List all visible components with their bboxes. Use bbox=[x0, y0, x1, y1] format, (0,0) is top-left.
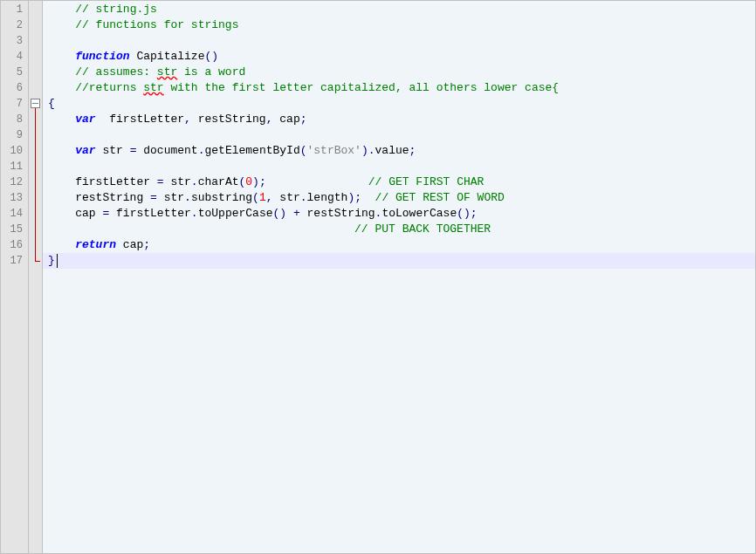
token-punc: () bbox=[204, 50, 218, 63]
token-plain: document bbox=[136, 144, 197, 157]
token-punc: = bbox=[157, 175, 164, 188]
token-comment: // functions for strings bbox=[75, 18, 238, 31]
line-number: 1 bbox=[1, 2, 28, 17]
token-punc: , bbox=[266, 191, 273, 204]
token-comment: // assumes: bbox=[75, 65, 157, 79]
token-plain: length bbox=[307, 191, 348, 204]
code-line[interactable] bbox=[43, 127, 755, 143]
token-plain: value bbox=[375, 144, 409, 157]
token-plain bbox=[48, 65, 75, 79]
token-punc: ( bbox=[252, 191, 259, 204]
code-line[interactable]: firstLetter = str.charAt(0); // GET FIRS… bbox=[43, 174, 755, 190]
token-plain: charAt bbox=[198, 175, 239, 188]
token-plain: restString bbox=[300, 207, 375, 220]
code-line[interactable] bbox=[43, 33, 755, 49]
code-line[interactable]: { bbox=[43, 96, 755, 112]
code-line[interactable] bbox=[43, 159, 755, 174]
token-plain: firstLetter bbox=[96, 113, 184, 126]
code-area[interactable]: // string.js // functions for strings fu… bbox=[43, 1, 755, 553]
token-punc: ); bbox=[347, 191, 361, 204]
token-punc: ( bbox=[300, 144, 307, 157]
token-plain: restString bbox=[48, 191, 150, 204]
token-punc: (); bbox=[457, 207, 477, 220]
token-keyword: var bbox=[75, 113, 95, 126]
code-line[interactable]: cap = firstLetter.toUpperCase() + restSt… bbox=[43, 206, 755, 222]
token-punc: . bbox=[300, 191, 307, 204]
token-punc: . bbox=[184, 191, 191, 204]
token-number: 0 bbox=[245, 175, 252, 188]
token-comment: with the first letter capitalized, all o… bbox=[164, 81, 559, 94]
code-line[interactable]: var str = document.getElementById('strBo… bbox=[43, 143, 755, 159]
line-number: 6 bbox=[1, 80, 28, 96]
line-number: 8 bbox=[1, 112, 28, 127]
token-punc: ). bbox=[361, 144, 375, 157]
token-plain bbox=[266, 175, 368, 188]
line-number: 13 bbox=[1, 190, 28, 206]
code-line[interactable]: } bbox=[43, 253, 755, 269]
token-punc: ; bbox=[409, 144, 416, 157]
token-punc: { bbox=[48, 97, 55, 110]
code-line[interactable]: restString = str.substring(1, str.length… bbox=[43, 190, 755, 206]
token-punc: . bbox=[191, 207, 198, 220]
fold-toggle-icon[interactable] bbox=[31, 99, 40, 108]
code-line[interactable]: return cap; bbox=[43, 237, 755, 253]
token-plain: toLowerCase bbox=[381, 207, 457, 220]
token-comment: // string.js bbox=[75, 3, 157, 16]
token-punc: () bbox=[273, 207, 287, 220]
code-line[interactable]: //returns str with the first letter capi… bbox=[43, 80, 755, 96]
token-plain: cap bbox=[48, 207, 102, 220]
token-plain bbox=[48, 238, 75, 251]
token-punc: ; bbox=[300, 113, 307, 126]
token-plain bbox=[48, 3, 75, 16]
minus-icon bbox=[32, 103, 38, 104]
token-plain: toUpperCase bbox=[198, 207, 273, 220]
fold-margin bbox=[29, 1, 43, 553]
token-plain bbox=[286, 207, 293, 220]
token-comment: is a word bbox=[177, 65, 245, 79]
token-comment: str bbox=[157, 65, 177, 79]
token-plain bbox=[48, 222, 354, 236]
code-line[interactable]: // functions for strings bbox=[43, 17, 755, 33]
token-plain: str bbox=[164, 175, 191, 188]
line-number: 15 bbox=[1, 222, 28, 237]
code-line[interactable]: // string.js bbox=[43, 2, 755, 17]
token-punc: , bbox=[184, 113, 191, 126]
fold-guide-line bbox=[35, 108, 36, 261]
token-plain: restString bbox=[191, 113, 266, 126]
token-plain bbox=[48, 81, 75, 94]
token-plain bbox=[361, 191, 375, 204]
token-keyword: function bbox=[75, 50, 129, 63]
token-number: 1 bbox=[259, 191, 266, 204]
line-number: 17 bbox=[1, 253, 28, 269]
line-number-gutter: 1234567891011121314151617 bbox=[1, 1, 29, 553]
token-keyword: var bbox=[75, 144, 95, 157]
token-plain: cap bbox=[273, 113, 300, 126]
code-line[interactable]: var firstLetter, restString, cap; bbox=[43, 112, 755, 127]
token-plain: str bbox=[273, 191, 300, 204]
token-comment: str bbox=[143, 81, 163, 94]
token-plain: firstLetter bbox=[48, 175, 157, 188]
token-plain: getElementById bbox=[204, 144, 299, 157]
token-comment: // GET REST OF WORD bbox=[375, 191, 505, 204]
code-line[interactable]: function Capitalize() bbox=[43, 49, 755, 65]
token-comment: // PUT BACK TOGETHER bbox=[354, 222, 491, 236]
token-plain: firstLetter bbox=[109, 207, 191, 220]
token-comment: //returns bbox=[75, 81, 143, 94]
token-plain: str bbox=[157, 191, 184, 204]
line-number: 2 bbox=[1, 17, 28, 33]
code-line[interactable]: // PUT BACK TOGETHER bbox=[43, 222, 755, 237]
line-number: 11 bbox=[1, 159, 28, 174]
code-editor: 1234567891011121314151617 // string.js /… bbox=[1, 1, 755, 553]
token-comment: // GET FIRST CHAR bbox=[368, 175, 485, 188]
token-plain: cap bbox=[116, 238, 143, 251]
token-punc: ; bbox=[143, 238, 150, 251]
code-line[interactable]: // assumes: str is a word bbox=[43, 65, 755, 80]
line-number: 14 bbox=[1, 206, 28, 222]
token-plain: Capitalize bbox=[130, 50, 205, 63]
fold-end-marker bbox=[35, 261, 40, 262]
line-number: 7 bbox=[1, 96, 28, 112]
token-plain bbox=[48, 50, 75, 63]
token-punc: + bbox=[293, 207, 300, 220]
token-punc: , bbox=[266, 113, 273, 126]
token-punc: . bbox=[191, 175, 198, 188]
